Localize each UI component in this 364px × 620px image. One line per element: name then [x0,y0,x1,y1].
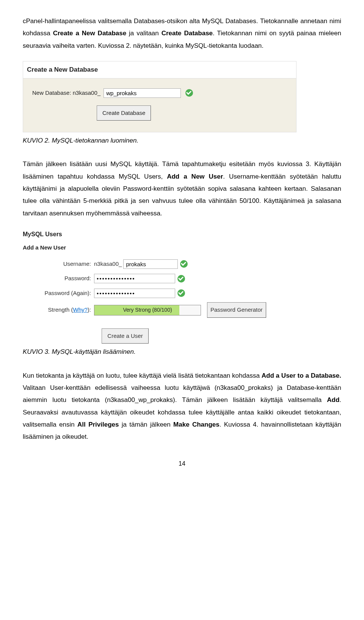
strength-meter: Very Strong (80/100) [94,305,201,315]
mysql-users-panel: MySQL Users Add a New User Username: n3k… [23,229,296,344]
strength-label: ): [88,306,91,313]
password-again-input[interactable] [94,289,175,298]
text: Kun tietokanta ja käyttäjä on luotu, tul… [23,372,262,379]
mysql-users-heading: MySQL Users [23,229,296,240]
password-label: Password: [23,273,94,284]
password-generator-button[interactable]: Password Generator [207,302,266,318]
create-user-button[interactable]: Create a User [102,328,148,344]
username-label: Username: [23,259,94,270]
checkmark-icon [185,89,193,97]
checkmark-icon [177,275,185,283]
username-prefix: n3kasa00_ [94,259,122,270]
paragraph-2: Tämän jälkeen lisätään uusi MySQL käyttä… [23,158,341,219]
create-database-panel: Create a New Database New Database: n3ka… [23,61,297,132]
username-input[interactable] [123,259,178,269]
text: ja valitaan [126,30,161,37]
add-new-user-heading: Add a New User [23,242,296,253]
paragraph-3: Kun tietokanta ja käyttäjä on luotu, tul… [23,370,341,443]
figure-caption-2: KUVIO 2. MySQL-tietokannan luominen. [23,135,341,147]
new-database-input[interactable] [104,88,181,98]
paragraph-1: cPanel-hallintapaneelissa valitsemalla D… [23,15,341,52]
text-bold: All Privileges [77,421,119,428]
text-bold: Create a New Database [53,30,127,37]
text-bold: Make Changes [173,421,220,428]
strength-why-link[interactable]: Why? [73,306,87,313]
password-again-label: Password (Again): [23,288,94,299]
page-number: 14 [23,458,341,469]
text-bold: Add a New User [167,173,223,180]
text-bold: Add [327,396,339,403]
figure-caption-3: KUVIO 3. MySQL-käyttäjän lisääminen. [23,346,341,358]
checkmark-icon [177,289,185,297]
checkmark-icon [180,260,188,268]
text-bold: Add a User to a Database. [262,372,341,379]
panel-title: Create a New Database [23,61,296,78]
text-bold: Create Database [162,30,213,37]
create-database-button[interactable]: Create Database [97,105,151,121]
password-input[interactable] [94,274,175,283]
strength-label: Strength ( [48,306,73,313]
text: Valitaan User-kenttään edellisessä vaihe… [23,384,341,403]
strength-text: Very Strong (80/100) [123,305,172,315]
text: ja tämän jälkeen [119,421,173,428]
new-database-label: New Database: n3kasa00_ [32,88,100,99]
